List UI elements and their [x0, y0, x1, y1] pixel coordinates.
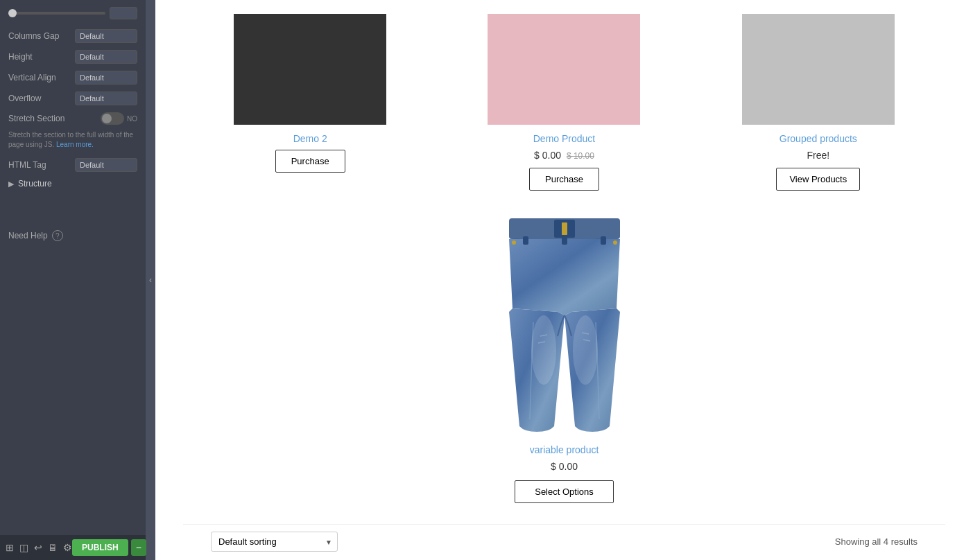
- price-free: Free!: [742, 150, 895, 161]
- left-sidebar: Columns Gap Default Height Default Verti…: [0, 0, 146, 560]
- slider-input[interactable]: [8, 12, 105, 15]
- toggle-off-label: NO: [127, 115, 137, 123]
- price-current: $ 0.00: [534, 150, 561, 161]
- vertical-align-row: Vertical Align Default: [8, 71, 137, 85]
- stretch-section-toggle[interactable]: [101, 112, 124, 125]
- html-tag-label: HTML Tag: [8, 160, 46, 170]
- vertical-align-select[interactable]: Default: [75, 71, 137, 85]
- jeans-image: [495, 211, 634, 433]
- sorting-select[interactable]: Default sorting Sort by popularity Sort …: [211, 532, 338, 552]
- svg-rect-2: [562, 222, 567, 235]
- html-tag-row: HTML Tag Default: [8, 158, 137, 172]
- footer-bar: Default sorting Sort by popularity Sort …: [183, 524, 945, 559]
- height-select[interactable]: Default: [75, 50, 137, 64]
- learn-more-link[interactable]: Learn more.: [56, 141, 94, 148]
- svg-point-4: [573, 315, 598, 385]
- desktop-icon[interactable]: 🖥: [48, 542, 58, 553]
- view-products-button[interactable]: View Products: [776, 168, 860, 191]
- svg-point-8: [512, 240, 516, 245]
- stretch-section-label: Stretch Section: [8, 114, 64, 123]
- overflow-row: Overflow Default: [8, 91, 137, 105]
- publish-minus-button[interactable]: −: [131, 539, 146, 556]
- overflow-label: Overflow: [8, 94, 41, 103]
- product-title-demo2[interactable]: Demo 2: [234, 133, 386, 144]
- select-options-button[interactable]: Select Options: [515, 480, 614, 503]
- sidebar-collapse-handle[interactable]: ‹: [146, 0, 155, 560]
- slider-row: [8, 7, 137, 19]
- product-image-grouped: [742, 14, 895, 125]
- settings-icon[interactable]: ⚙: [63, 542, 72, 553]
- purchase-button-demo2[interactable]: Purchase: [275, 150, 345, 173]
- price-original: $ 10.00: [567, 151, 594, 161]
- bottom-bar: ⊞ ◫ ↩ 🖥 ⚙ PUBLISH −: [0, 535, 146, 560]
- structure-arrow-icon: ▶: [8, 180, 14, 189]
- need-help-label: Need Help: [8, 231, 48, 240]
- main-content: Demo 2 Purchase Demo Product $ 0.00 $ 10…: [155, 0, 973, 560]
- svg-point-3: [531, 315, 556, 385]
- publish-group: PUBLISH −: [72, 539, 146, 556]
- publish-button[interactable]: PUBLISH: [72, 539, 128, 556]
- sorting-wrapper: Default sorting Sort by popularity Sort …: [211, 532, 338, 552]
- height-label: Height: [8, 52, 33, 62]
- height-row: Height Default: [8, 50, 137, 64]
- sidebar-panel: Columns Gap Default Height Default Verti…: [0, 0, 146, 560]
- product-title-demo-product[interactable]: Demo Product: [488, 133, 640, 144]
- vertical-align-label: Vertical Align: [8, 73, 56, 82]
- variable-product-area: variable product $ 0.00 Select Options: [183, 211, 945, 503]
- product-card-demo-product: Demo Product $ 0.00 $ 10.00 Purchase: [488, 14, 640, 191]
- grid-icon[interactable]: ⊞: [6, 542, 14, 553]
- overflow-select[interactable]: Default: [75, 91, 137, 105]
- purchase-button-demo-product[interactable]: Purchase: [529, 168, 599, 191]
- structure-label: Structure: [18, 179, 52, 189]
- product-image-demo2: [234, 14, 386, 125]
- product-card-grouped: Grouped products Free! View Products: [742, 14, 895, 191]
- svg-rect-5: [523, 236, 528, 245]
- products-area: Demo 2 Purchase Demo Product $ 0.00 $ 10…: [155, 0, 973, 560]
- layers-icon[interactable]: ◫: [19, 542, 28, 553]
- svg-rect-7: [562, 236, 567, 245]
- html-tag-select[interactable]: Default: [75, 158, 137, 172]
- stretch-info-text: Stretch the section to the full width of…: [8, 130, 137, 150]
- help-icon[interactable]: ?: [52, 230, 63, 241]
- product-title-grouped[interactable]: Grouped products: [742, 133, 895, 144]
- svg-rect-6: [601, 236, 606, 245]
- need-help-row: Need Help ?: [8, 230, 137, 241]
- products-top-row: Demo 2 Purchase Demo Product $ 0.00 $ 10…: [183, 14, 945, 191]
- structure-section[interactable]: ▶ Structure: [8, 179, 137, 189]
- undo-icon[interactable]: ↩: [34, 542, 42, 553]
- variable-product-title[interactable]: variable product: [530, 444, 599, 455]
- product-price-demo-product: $ 0.00 $ 10.00: [488, 150, 640, 161]
- product-image-demo-product: [488, 14, 640, 125]
- columns-gap-label: Columns Gap: [8, 31, 59, 41]
- variable-product-price: $ 0.00: [551, 461, 578, 472]
- stretch-section-row: Stretch Section NO: [8, 112, 137, 125]
- product-card-demo2: Demo 2 Purchase: [234, 14, 386, 191]
- svg-point-9: [613, 240, 617, 245]
- results-text: Showing all 4 results: [835, 536, 918, 547]
- slider-number-input[interactable]: [110, 7, 137, 19]
- columns-gap-row: Columns Gap Default: [8, 29, 137, 43]
- columns-gap-select[interactable]: Default: [75, 29, 137, 43]
- bottom-icons: ⊞ ◫ ↩ 🖥 ⚙: [6, 542, 72, 553]
